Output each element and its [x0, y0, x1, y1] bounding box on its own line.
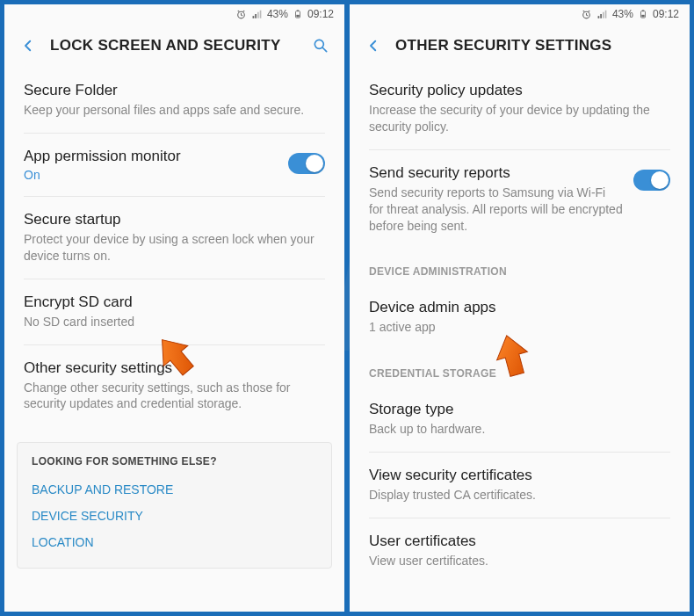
item-title: Device admin apps: [369, 299, 670, 316]
item-sub: Protect your device by using a screen lo…: [24, 231, 325, 265]
item-other-security-settings[interactable]: Other security settings Change other sec…: [4, 345, 344, 427]
alarm-icon: [581, 8, 593, 20]
item-title: App permission monitor: [24, 148, 278, 165]
item-storage-type[interactable]: Storage type Back up to hardware.: [350, 387, 690, 452]
item-title: User certificates: [369, 533, 670, 550]
alarm-icon: [235, 8, 248, 20]
link-location[interactable]: LOCATION: [32, 529, 317, 555]
battery-percent: 43%: [612, 8, 633, 20]
battery-icon: [292, 8, 304, 20]
back-button[interactable]: [18, 36, 38, 55]
header: LOCK SCREEN AND SECURITY: [4, 24, 344, 68]
svg-rect-7: [642, 10, 645, 11]
back-button[interactable]: [364, 36, 383, 55]
item-send-security-reports[interactable]: Send security reports Send security repo…: [350, 150, 690, 249]
item-sub: Send security reports to Samsung via Wi-…: [369, 185, 623, 235]
page-title: OTHER SECURITY SETTINGS: [395, 37, 676, 54]
battery-percent: 43%: [267, 8, 288, 20]
item-user-certificates[interactable]: User certificates View user certificates…: [350, 518, 690, 583]
item-title: Encrypt SD card: [24, 294, 325, 311]
item-status: On: [24, 168, 278, 182]
item-title: Security policy updates: [369, 82, 670, 99]
status-bar: 43% 09:12: [4, 4, 344, 24]
toggle-send-reports[interactable]: [633, 170, 670, 191]
item-sub: No SD card inserted: [24, 314, 325, 330]
link-device-security[interactable]: DEVICE SECURITY: [32, 503, 317, 529]
split-container: 43% 09:12 LOCK SCREEN AND SECURITY Secur…: [0, 0, 694, 616]
item-title: Secure Folder: [24, 82, 325, 99]
item-encrypt-sd[interactable]: Encrypt SD card No SD card inserted: [4, 279, 344, 344]
item-sub: Change other security settings, such as …: [24, 380, 325, 413]
signal-icon: [251, 8, 264, 20]
footer-box: LOOKING FOR SOMETHING ELSE? BACKUP AND R…: [17, 442, 332, 569]
item-secure-folder[interactable]: Secure Folder Keep your personal files a…: [4, 68, 344, 133]
content: Secure Folder Keep your personal files a…: [4, 68, 344, 612]
item-sub: Increase the security of your device by …: [369, 102, 670, 135]
svg-rect-3: [296, 15, 299, 17]
left-panel: 43% 09:12 LOCK SCREEN AND SECURITY Secur…: [4, 4, 344, 612]
time: 09:12: [307, 8, 334, 20]
section-device-admin: DEVICE ADMINISTRATION: [350, 248, 690, 285]
battery-icon: [637, 8, 649, 20]
item-sub: 1 active app: [369, 319, 670, 336]
item-security-policy-updates[interactable]: Security policy updates Increase the sec…: [350, 68, 690, 149]
item-sub: Keep your personal files and apps safe a…: [24, 102, 325, 119]
page-title: LOCK SCREEN AND SECURITY: [50, 37, 299, 54]
item-secure-startup[interactable]: Secure startup Protect your device by us…: [4, 197, 344, 279]
item-sub: Back up to hardware.: [369, 421, 670, 438]
item-title: Send security reports: [369, 164, 623, 182]
toggle-app-permission[interactable]: [288, 153, 325, 174]
right-panel: 43% 09:12 OTHER SECURITY SETTINGS Securi…: [350, 4, 690, 612]
item-device-admin-apps[interactable]: Device admin apps 1 active app: [350, 285, 690, 350]
status-bar: 43% 09:12: [350, 4, 690, 24]
search-button[interactable]: [311, 36, 330, 55]
item-title: Other security settings: [24, 359, 325, 377]
section-credential-storage: CREDENTIAL STORAGE: [350, 350, 690, 387]
item-title: Secure startup: [24, 211, 325, 228]
link-backup-restore[interactable]: BACKUP AND RESTORE: [32, 476, 317, 503]
time: 09:12: [653, 8, 679, 20]
signal-icon: [596, 8, 609, 20]
header: OTHER SECURITY SETTINGS: [350, 24, 690, 68]
item-sub: Display trusted CA certificates.: [369, 487, 670, 504]
svg-rect-8: [641, 15, 644, 17]
item-title: View security certificates: [369, 467, 670, 484]
item-app-permission-monitor[interactable]: App permission monitor On: [4, 134, 344, 196]
item-sub: View user certificates.: [369, 553, 670, 569]
footer-label: LOOKING FOR SOMETHING ELSE?: [32, 455, 317, 467]
item-view-security-certificates[interactable]: View security certificates Display trust…: [350, 453, 690, 518]
svg-rect-2: [297, 10, 300, 11]
svg-point-4: [314, 40, 323, 48]
item-title: Storage type: [369, 401, 670, 418]
content: Security policy updates Increase the sec…: [350, 68, 690, 612]
